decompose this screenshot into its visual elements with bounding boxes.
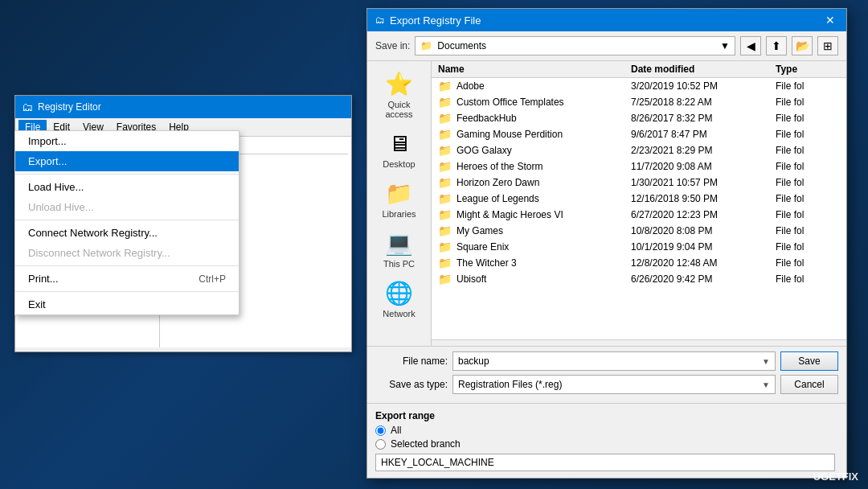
file-row[interactable]: 📁 Custom Office Templates 7/25/2018 8:22… (432, 94, 846, 110)
file-row[interactable]: 📁 Ubisoft 6/26/2020 9:42 PM File fol (432, 271, 846, 287)
menu-item-print[interactable]: Print... Ctrl+P (15, 269, 239, 289)
file-name-text: Adobe (457, 80, 485, 92)
file-name-text: Square Enix (457, 241, 509, 253)
file-name-cell: 📁 Heroes of the Storm (438, 160, 631, 173)
save-as-type-row: Save as type: Registration Files (*.reg)… (375, 375, 838, 394)
menu-item-load-hive[interactable]: Load Hive... (15, 177, 239, 197)
folder-icon: 📁 (438, 160, 452, 173)
file-name-text: FeedbackHub (457, 113, 517, 124)
file-name-cell: 📁 Custom Office Templates (438, 96, 631, 109)
menu-item-export[interactable]: Export... (15, 151, 239, 171)
menu-item-connect-network[interactable]: Connect Network Registry... (15, 223, 239, 243)
file-row[interactable]: 📁 FeedbackHub 8/26/2017 8:32 PM File fol (432, 110, 846, 126)
menu-separator-4 (15, 291, 239, 292)
file-name-cell: 📁 Gaming Mouse Perdition (438, 128, 631, 141)
menu-item-unload-hive: Unload Hive... (15, 197, 239, 217)
file-type: File fol (776, 273, 840, 285)
file-row[interactable]: 📁 My Games 10/8/2020 8:08 PM File fol (432, 223, 846, 239)
menu-separator-2 (15, 220, 239, 220)
all-radio-label: All (391, 425, 401, 436)
file-type: File fol (776, 161, 840, 172)
export-range-title: Export range (375, 410, 838, 421)
libraries-icon: 📁 (385, 180, 413, 207)
selected-branch-radio[interactable] (375, 439, 386, 450)
sidebar-item-quick-access[interactable]: ⭐ Quick access (372, 68, 427, 122)
file-name-cell: 📁 Square Enix (438, 240, 631, 253)
save-as-type-combo[interactable]: Registration Files (*.reg) ▼ (452, 375, 776, 394)
file-name-text: My Games (457, 225, 503, 236)
save-in-value: Documents (437, 40, 715, 51)
libraries-label: Libraries (382, 209, 416, 219)
file-row[interactable]: 📁 Gaming Mouse Perdition 9/6/2017 8:47 P… (432, 126, 846, 142)
menu-item-import[interactable]: Import... (15, 131, 239, 151)
nav-folder-button[interactable]: 📂 (792, 36, 813, 55)
file-date: 12/8/2020 12:48 AM (631, 257, 776, 269)
desktop-label: Desktop (383, 159, 415, 169)
file-name-text: The Witcher 3 (457, 257, 517, 269)
export-dialog-body: ⭐ Quick access 🖥 Desktop 📁 Libraries 💻 T… (367, 61, 846, 346)
left-sidebar: ⭐ Quick access 🖥 Desktop 📁 Libraries 💻 T… (367, 61, 432, 346)
menu-separator-3 (15, 265, 239, 266)
file-date: 7/25/2018 8:22 AM (631, 97, 776, 108)
file-type: File fol (776, 145, 840, 156)
export-dialog-title: Export Registry File (390, 14, 817, 27)
print-shortcut: Ctrl+P (199, 273, 226, 285)
file-date: 2/23/2021 8:29 PM (631, 145, 776, 156)
sidebar-item-desktop[interactable]: 🖥 Desktop (372, 127, 427, 172)
file-row[interactable]: 📁 Heroes of the Storm 11/7/2020 9:08 AM … (432, 158, 846, 175)
file-row[interactable]: 📁 League of Legends 12/16/2018 9:50 PM F… (432, 191, 846, 207)
file-row[interactable]: 📁 Horizon Zero Dawn 1/30/2021 10:57 PM F… (432, 175, 846, 191)
sidebar-item-network[interactable]: 🌐 Network (372, 277, 427, 322)
nav-view-button[interactable]: ⊞ (817, 36, 838, 55)
menu-item-exit[interactable]: Exit (15, 294, 239, 314)
sidebar-item-libraries[interactable]: 📁 Libraries (372, 177, 427, 222)
registry-editor-title: Registry Editor (38, 101, 345, 113)
watermark: UGETFIX (813, 471, 858, 483)
branch-input[interactable] (375, 454, 835, 471)
save-as-type-combo-arrow: ▼ (762, 380, 770, 389)
cancel-button[interactable]: Cancel (780, 375, 838, 394)
file-date: 6/27/2020 12:23 PM (631, 209, 776, 220)
this-pc-icon: 💻 (385, 230, 413, 257)
export-dialog-icon: 🗂 (375, 14, 385, 26)
nav-back-button[interactable]: ◀ (740, 36, 761, 55)
registry-editor-title-bar: 🗂 Registry Editor (15, 96, 351, 118)
close-button[interactable]: ✕ (822, 14, 838, 27)
file-name-text: Gaming Mouse Perdition (457, 129, 563, 140)
file-type: File fol (776, 97, 840, 108)
horizontal-scrollbar[interactable] (432, 339, 846, 346)
folder-icon: 📁 (438, 176, 452, 189)
folder-icon: 📁 (438, 80, 452, 92)
name-header: Name (438, 64, 631, 75)
file-name-combo[interactable]: backup ▼ (452, 351, 776, 371)
file-row[interactable]: 📁 Might & Magic Heroes VI 6/27/2020 12:2… (432, 207, 846, 223)
all-radio-row: All (375, 425, 838, 436)
export-dialog-toolbar: Save in: 📁 Documents ▼ ◀ ⬆ 📂 ⊞ (367, 31, 846, 61)
folder-icon: 📁 (438, 273, 452, 286)
menu-separator-1 (15, 174, 239, 175)
file-type: File fol (776, 257, 840, 269)
save-in-label: Save in: (375, 40, 410, 51)
file-name-text: Might & Magic Heroes VI (457, 209, 563, 220)
folder-icon-small: 📁 (420, 40, 432, 51)
save-in-combo[interactable]: 📁 Documents ▼ (415, 36, 735, 55)
file-date: 11/7/2020 9:08 AM (631, 161, 776, 172)
file-type: File fol (776, 113, 840, 124)
file-row[interactable]: 📁 Adobe 3/20/2019 10:52 PM File fol (432, 78, 846, 94)
file-name-cell: 📁 GOG Galaxy (438, 144, 631, 157)
combo-arrow: ▼ (720, 40, 730, 51)
export-range-section: Export range All Selected branch (367, 403, 846, 478)
file-name-cell: 📁 Horizon Zero Dawn (438, 176, 631, 189)
file-list-header: Name Date modified Type (432, 61, 846, 78)
file-row[interactable]: 📁 GOG Galaxy 2/23/2021 8:29 PM File fol (432, 142, 846, 158)
save-button[interactable]: Save (780, 351, 838, 371)
file-date: 1/30/2021 10:57 PM (631, 177, 776, 188)
sidebar-item-this-pc[interactable]: 💻 This PC (372, 227, 427, 272)
file-row[interactable]: 📁 The Witcher 3 12/8/2020 12:48 AM File … (432, 255, 846, 271)
export-registry-dialog: 🗂 Export Registry File ✕ Save in: 📁 Docu… (366, 8, 847, 479)
nav-up-button[interactable]: ⬆ (766, 36, 787, 55)
folder-icon: 📁 (438, 257, 452, 269)
file-row[interactable]: 📁 Square Enix 10/1/2019 9:04 PM File fol (432, 239, 846, 255)
file-name-cell: 📁 League of Legends (438, 192, 631, 205)
all-radio[interactable] (375, 425, 386, 436)
